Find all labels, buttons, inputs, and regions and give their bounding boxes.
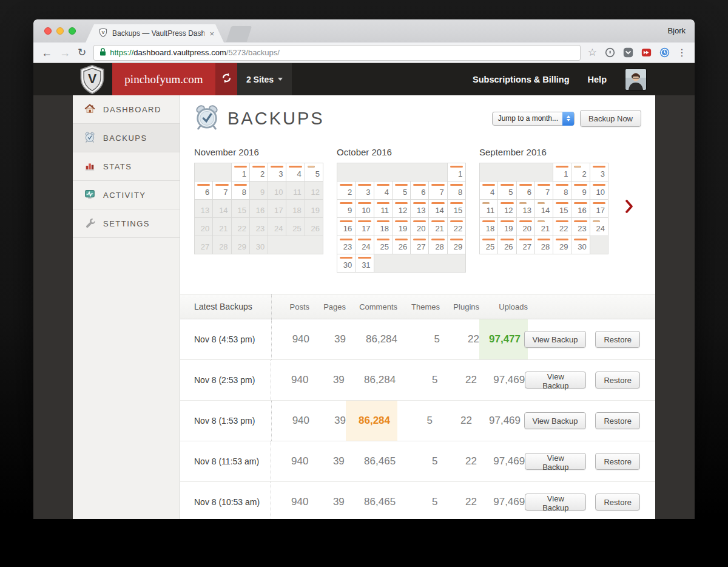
view-backup-button[interactable]: View Backup (524, 331, 587, 348)
restore-button[interactable]: Restore (595, 453, 640, 470)
calendar-day-26[interactable]: 26 (392, 236, 410, 254)
calendar-day-31[interactable]: 31 (356, 254, 374, 273)
calendar-day-7[interactable]: 7 (213, 182, 231, 200)
tab-close-icon[interactable]: × (209, 29, 214, 38)
minimize-window-button[interactable] (56, 27, 64, 35)
calendar-day-8[interactable]: 8 (553, 182, 571, 200)
calendar-day-15[interactable]: 15 (553, 200, 571, 218)
sidebar-item-dashboard[interactable]: DASHBOARD (73, 95, 180, 124)
calendar-day-19[interactable]: 19 (392, 218, 410, 236)
calendar-day-16[interactable]: 16 (337, 218, 356, 236)
calendar-day-3[interactable]: 3 (268, 163, 286, 182)
calendar-day-23[interactable]: 23 (337, 236, 356, 254)
sidebar-item-backups[interactable]: BACKUPS (73, 124, 180, 152)
calendar-day-23[interactable]: 23 (571, 218, 590, 236)
bookmark-star-icon[interactable]: ☆ (588, 47, 597, 58)
calendar-day-2[interactable]: 2 (249, 163, 268, 182)
calendar-day-6[interactable]: 6 (411, 182, 429, 200)
calendar-day-6[interactable]: 6 (195, 182, 213, 200)
calendar-day-1[interactable]: 1 (447, 163, 465, 182)
vaultpress-logo[interactable]: V (78, 64, 106, 97)
fastforward-extension-icon[interactable] (641, 47, 652, 58)
sidebar-item-stats[interactable]: STATS (73, 152, 180, 181)
back-icon[interactable]: ← (41, 47, 52, 58)
calendar-day-5[interactable]: 5 (305, 163, 323, 182)
calendar-day-24[interactable]: 24 (356, 236, 374, 254)
zoom-window-button[interactable] (69, 27, 76, 35)
backup-now-button[interactable]: Backup Now (580, 110, 641, 127)
calendar-day-17[interactable]: 17 (356, 218, 374, 236)
calendar-day-13[interactable]: 13 (411, 200, 429, 218)
calendar-day-4[interactable]: 4 (286, 163, 305, 182)
calendar-day-13[interactable]: 13 (516, 200, 534, 218)
avatar[interactable] (625, 69, 647, 90)
clock-extension-icon[interactable] (659, 47, 670, 58)
restore-button[interactable]: Restore (595, 331, 640, 348)
calendar-day-3[interactable]: 3 (590, 163, 608, 182)
calendar-day-5[interactable]: 5 (498, 182, 516, 200)
calendar-day-20[interactable]: 20 (516, 218, 534, 236)
calendar-day-18[interactable]: 18 (480, 218, 498, 236)
calendar-day-21[interactable]: 21 (534, 218, 553, 236)
calendar-day-25[interactable]: 25 (374, 236, 392, 254)
view-backup-button[interactable]: View Backup (525, 453, 586, 470)
calendar-day-28[interactable]: 28 (534, 236, 553, 254)
view-backup-button[interactable]: View Backup (525, 494, 586, 511)
calendar-day-1[interactable]: 1 (553, 163, 571, 182)
calendar-day-27[interactable]: 27 (516, 236, 534, 254)
calendar-day-21[interactable]: 21 (429, 218, 447, 236)
sync-site-button[interactable] (215, 63, 237, 95)
sites-dropdown[interactable]: 2 Sites (237, 63, 292, 95)
calendar-next-icon[interactable] (625, 200, 633, 216)
calendar-day-16[interactable]: 16 (571, 200, 590, 218)
calendar-day-12[interactable]: 12 (392, 200, 410, 218)
calendar-day-17[interactable]: 17 (590, 200, 608, 218)
calendar-day-4[interactable]: 4 (374, 182, 392, 200)
sidebar-item-activity[interactable]: ACTIVITY (73, 181, 180, 209)
calendar-day-22[interactable]: 22 (447, 218, 465, 236)
restore-button[interactable]: Restore (595, 494, 640, 511)
calendar-day-9[interactable]: 9 (337, 200, 356, 218)
new-tab-button[interactable] (226, 26, 252, 42)
calendar-day-11[interactable]: 11 (480, 200, 498, 218)
password-extension-icon[interactable] (604, 47, 615, 58)
calendar-day-1[interactable]: 1 (231, 163, 249, 182)
browser-tab[interactable]: V Backups — VaultPress Dashbo × (86, 24, 224, 42)
restore-button[interactable]: Restore (595, 412, 640, 429)
subscriptions-billing-link[interactable]: Subscriptions & Billing (473, 75, 570, 84)
month-select[interactable]: Jump to a month... (492, 112, 575, 126)
browser-profile-name[interactable]: Bjork (667, 26, 686, 35)
current-site-button[interactable]: pinchofyum.com (112, 63, 215, 95)
calendar-day-14[interactable]: 14 (429, 200, 447, 218)
calendar-day-28[interactable]: 28 (429, 236, 447, 254)
calendar-day-12[interactable]: 12 (498, 200, 516, 218)
calendar-day-10[interactable]: 10 (356, 200, 374, 218)
reload-icon[interactable]: ↻ (78, 47, 86, 58)
calendar-day-6[interactable]: 6 (516, 182, 534, 200)
calendar-day-7[interactable]: 7 (534, 182, 553, 200)
calendar-day-27[interactable]: 27 (411, 236, 429, 254)
view-backup-button[interactable]: View Backup (525, 372, 586, 389)
calendar-day-29[interactable]: 29 (553, 236, 571, 254)
calendar-day-2[interactable]: 2 (571, 163, 590, 182)
calendar-day-30[interactable]: 30 (337, 254, 356, 273)
close-window-button[interactable] (44, 27, 52, 35)
calendar-day-7[interactable]: 7 (429, 182, 447, 200)
calendar-day-18[interactable]: 18 (374, 218, 392, 236)
address-bar[interactable]: https://dashboard.vaultpress.com/5273/ba… (93, 45, 581, 61)
calendar-day-3[interactable]: 3 (356, 182, 374, 200)
calendar-day-26[interactable]: 26 (498, 236, 516, 254)
calendar-day-30[interactable]: 30 (571, 236, 590, 254)
calendar-day-8[interactable]: 8 (447, 182, 465, 200)
sidebar-item-settings[interactable]: SETTINGS (73, 209, 180, 238)
calendar-day-5[interactable]: 5 (392, 182, 410, 200)
calendar-day-19[interactable]: 19 (498, 218, 516, 236)
calendar-day-4[interactable]: 4 (480, 182, 498, 200)
calendar-day-11[interactable]: 11 (374, 200, 392, 218)
calendar-day-24[interactable]: 24 (590, 218, 608, 236)
help-link[interactable]: Help (588, 75, 607, 84)
calendar-day-14[interactable]: 14 (534, 200, 553, 218)
view-backup-button[interactable]: View Backup (524, 412, 587, 429)
calendar-day-10[interactable]: 10 (590, 182, 608, 200)
calendar-day-25[interactable]: 25 (480, 236, 498, 254)
